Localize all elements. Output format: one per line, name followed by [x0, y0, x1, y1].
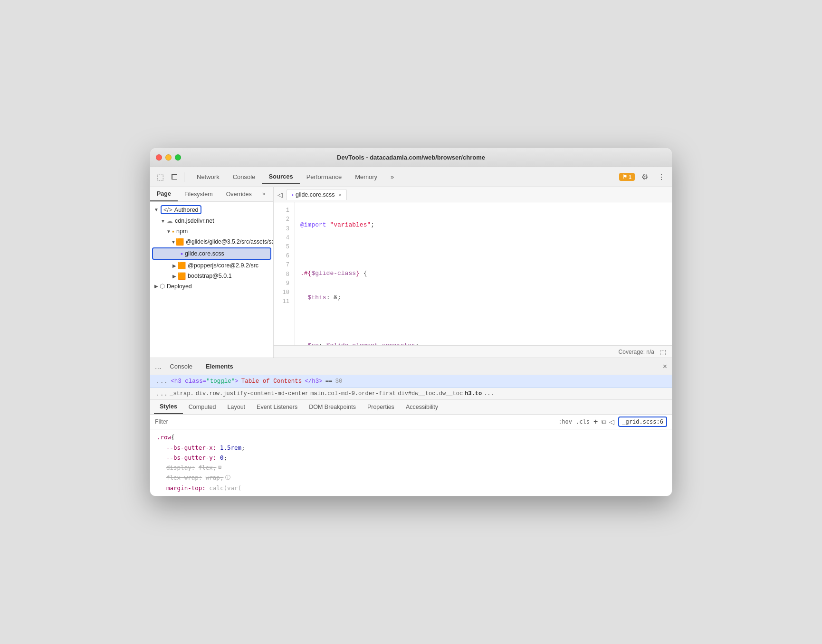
- sidebar-more-button[interactable]: »: [258, 187, 269, 201]
- bottom-panel: ... Console Elements × ... <h3 class="to…: [150, 358, 672, 496]
- device-icon[interactable]: ⧠: [168, 171, 181, 183]
- line-num-9: 9: [274, 279, 294, 288]
- bootstrap-label: bootstrap@5.0.1: [188, 273, 232, 279]
- notif-icon: ⚑: [622, 174, 627, 180]
- maximize-button[interactable]: [175, 154, 181, 161]
- tab-console[interactable]: Console: [226, 170, 262, 184]
- tab-close-button[interactable]: ×: [339, 192, 342, 198]
- filter-icons: ⧉ ◁: [602, 418, 614, 426]
- filter-bar: :hov .cls + ⧉ ◁ _grid.scss:6: [150, 415, 672, 429]
- settings-button[interactable]: ⚙: [639, 170, 651, 183]
- glideis-node[interactable]: ▼ 🟧 @glideis/glide@3.5.2/src/assets/sass: [150, 237, 273, 247]
- source-link[interactable]: _grid.scss:6: [618, 417, 667, 427]
- inspect-icon[interactable]: ⬚: [154, 170, 167, 183]
- tab-performance[interactable]: Performance: [300, 170, 348, 184]
- styles-tab-layout[interactable]: Layout: [222, 400, 251, 414]
- css-prop-gutter-x: --bs-gutter-x: 1.5rem ;: [157, 443, 665, 453]
- css-prop-3: display:: [157, 463, 195, 473]
- css-prop-2: --bs-gutter-y:: [157, 453, 216, 463]
- line-num-2: 2: [274, 215, 294, 224]
- glideis-arrow: ▼: [171, 239, 176, 245]
- sidebar-tab-overrides[interactable]: Overrides: [220, 187, 258, 201]
- breadcrumb-item-3[interactable]: div#dw__toc.dw__toc: [398, 390, 463, 397]
- authored-node[interactable]: ▼ </> Authored: [150, 204, 273, 216]
- deployed-label: Deployed: [167, 283, 192, 290]
- breadcrumb-item-0[interactable]: _strap.: [170, 390, 193, 397]
- css-open-brace: {: [171, 432, 175, 442]
- bottom-tab-elements[interactable]: Elements: [201, 361, 238, 372]
- css-rule: .row { --bs-gutter-x: 1.5rem ; --bs-gutt…: [150, 429, 672, 496]
- breadcrumb-item-4[interactable]: h3.to: [465, 390, 482, 397]
- styles-panel: Styles Computed Layout Event Listeners D…: [150, 400, 672, 496]
- toolbar-right: ⚑ 1 ⚙ ⋮: [619, 170, 668, 183]
- copy-icon[interactable]: ⧉: [602, 418, 606, 426]
- deployed-node[interactable]: ▶ ⬡ Deployed: [150, 281, 273, 291]
- authored-code-icon: </>: [163, 206, 172, 213]
- minimize-button[interactable]: [165, 154, 172, 161]
- css-prop-margin-top: margin-top: calc(var(: [157, 483, 665, 493]
- line-num-10: 10: [274, 288, 294, 297]
- hov-button[interactable]: :hov: [558, 418, 572, 425]
- bottom-close-button[interactable]: ×: [663, 362, 667, 371]
- cls-button[interactable]: .cls: [576, 418, 590, 425]
- nav-icon[interactable]: ◁: [609, 418, 614, 426]
- breadcrumb-item-5[interactable]: ...: [484, 390, 494, 397]
- dom-equals: ==: [325, 378, 333, 385]
- styles-tab-dom-breakpoints[interactable]: DOM Breakpoints: [303, 400, 362, 414]
- window-controls: [156, 154, 181, 161]
- add-style-button[interactable]: +: [593, 417, 598, 426]
- menu-icon: ⋮: [658, 172, 665, 181]
- npm-folder-icon: ▪: [172, 227, 174, 235]
- sidebar-dots-button[interactable]: ⋮: [269, 187, 274, 201]
- npm-arrow: ▼: [165, 229, 172, 234]
- main-area: Page Filesystem Overrides » ⋮ ▼ </> Auth…: [150, 187, 672, 496]
- css-prop-5: margin-top:: [157, 483, 206, 493]
- dom-dots: ...: [156, 378, 168, 385]
- styles-tab-properties[interactable]: Properties: [362, 400, 400, 414]
- close-button[interactable]: [156, 154, 162, 161]
- styles-tab-event-listeners[interactable]: Event Listeners: [251, 400, 303, 414]
- css-selector-line: .row {: [157, 432, 665, 442]
- sidebar-tab-page[interactable]: Page: [150, 187, 178, 201]
- glide-file-node[interactable]: ▪ glide.core.scss: [152, 247, 271, 260]
- back-button[interactable]: ◁: [277, 191, 283, 199]
- breadcrumb-item-1[interactable]: div.row.justify-content-md-center: [196, 390, 309, 397]
- cdn-node[interactable]: ▼ ☁ cdn.jsdelivr.net: [150, 216, 273, 226]
- dom-selected-bar: ... <h3 class="toggle"> Table of Content…: [150, 375, 672, 388]
- styles-tab-styles[interactable]: Styles: [154, 400, 183, 414]
- line-num-3: 3: [274, 225, 294, 234]
- code-line-2: [300, 245, 666, 255]
- styles-tabs: Styles Computed Layout Event Listeners D…: [150, 400, 672, 415]
- coverage-label: Coverage: n/a: [619, 349, 654, 355]
- styles-tab-accessibility[interactable]: Accessibility: [400, 400, 444, 414]
- code-footer: Coverage: n/a ⬚: [274, 345, 672, 358]
- code-content: 1 2 3 4 5 6 7 8 9 10 11 @import "variabl…: [274, 202, 672, 345]
- filter-input[interactable]: [155, 418, 554, 425]
- tab-sources[interactable]: Sources: [262, 170, 299, 184]
- tab-network[interactable]: Network: [190, 170, 226, 184]
- coverage-icon: ⬚: [660, 348, 666, 356]
- dom-tag-close: </h3>: [305, 378, 323, 385]
- popperjs-node[interactable]: ▶ 🟧 @popperjs/core@2.9.2/src: [150, 260, 273, 271]
- authored-label: Authored: [174, 207, 199, 213]
- breadcrumb-item-2[interactable]: main.col-md-9.order-first: [310, 390, 396, 397]
- bottom-tab-console[interactable]: Console: [165, 361, 197, 372]
- tab-memory[interactable]: Memory: [348, 170, 384, 184]
- bottom-dots-button[interactable]: ...: [155, 362, 161, 371]
- code-line-1: @import "variables";: [300, 220, 666, 230]
- sidebar: Page Filesystem Overrides » ⋮ ▼ </> Auth…: [150, 187, 274, 358]
- devtools-window: DevTools - datacadamia.com/web/browser/c…: [150, 148, 672, 496]
- sidebar-tab-filesystem[interactable]: Filesystem: [178, 187, 220, 201]
- css-prop-1: --bs-gutter-x:: [157, 443, 216, 453]
- css-prop-flex-wrap: flex-wrap: wrap ; ⓘ: [157, 473, 665, 483]
- npm-node[interactable]: ▼ ▪ npm: [150, 226, 273, 237]
- bootstrap-node[interactable]: ▶ 🟧 bootstrap@5.0.1: [150, 271, 273, 281]
- styles-tab-computed[interactable]: Computed: [183, 400, 222, 414]
- npm-label: npm: [176, 228, 188, 235]
- code-tab-glide[interactable]: ▪ glide.core.scss ×: [287, 189, 347, 200]
- notification-badge[interactable]: ⚑ 1: [619, 173, 635, 181]
- more-tabs-button[interactable]: »: [384, 170, 401, 184]
- popperjs-folder-icon: 🟧: [178, 262, 186, 269]
- menu-button[interactable]: ⋮: [655, 170, 668, 183]
- info-icon[interactable]: ⓘ: [225, 474, 230, 483]
